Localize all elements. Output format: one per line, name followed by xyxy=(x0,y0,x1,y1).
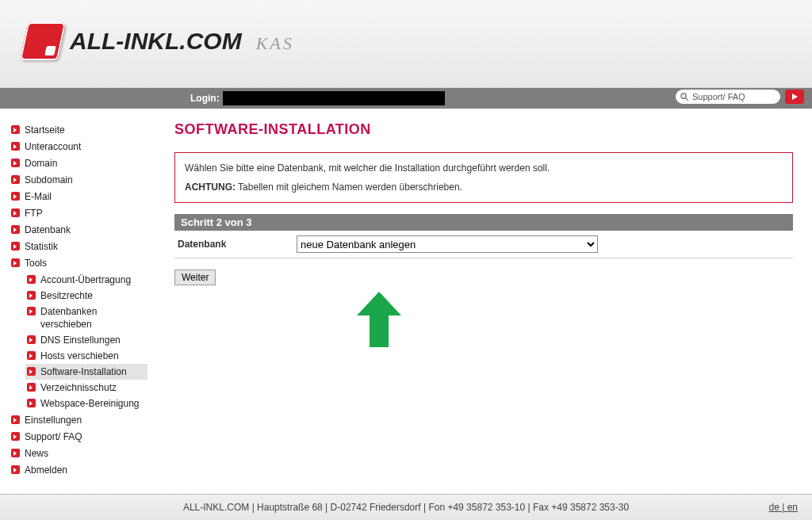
bullet-icon xyxy=(11,159,20,167)
sidebar-item-tools[interactable]: Tools xyxy=(10,255,154,271)
bullet-icon xyxy=(27,399,36,407)
bullet-icon xyxy=(11,432,20,441)
sidebar-item-label: Account-Übertragung xyxy=(40,273,131,286)
bullet-icon xyxy=(27,275,36,284)
arrow-up-icon xyxy=(357,292,401,347)
svg-line-1 xyxy=(686,98,688,100)
sidebar-item-label: FTP xyxy=(25,207,43,220)
header: ALL-INKL.COM KAS xyxy=(0,0,812,88)
sidebar-sub-dns-einstellungen[interactable]: DNS Einstellungen xyxy=(25,332,147,348)
sidebar-item-label: Unteraccount xyxy=(25,140,81,153)
notice-strong: ACHTUNG: xyxy=(185,182,236,193)
sidebar-item-ftp[interactable]: FTP xyxy=(10,205,154,221)
bullet-icon xyxy=(11,258,20,267)
sidebar-item-label: Datenbanken verschieben xyxy=(40,305,146,331)
notice-line-1: Wählen Sie bitte eine Datenbank, mit wel… xyxy=(185,161,783,175)
brand-suffix: KAS xyxy=(256,33,294,54)
sidebar-item-label: Statistik xyxy=(25,240,58,253)
bullet-icon xyxy=(11,192,20,201)
footer-text: ALL-INKL.COM | Hauptstraße 68 | D-02742 … xyxy=(183,502,629,513)
bullet-icon xyxy=(11,242,20,250)
bullet-icon xyxy=(27,351,36,360)
sidebar-item-email[interactable]: E-Mail xyxy=(10,189,154,205)
sidebar: Startseite Unteraccount Domain Subdomain… xyxy=(0,109,159,494)
sidebar-sub-hosts-verschieben[interactable]: Hosts verschieben xyxy=(25,348,147,364)
page-title: SOFTWARE-INSTALLATION xyxy=(174,121,793,138)
bullet-icon xyxy=(11,142,20,151)
bullet-icon xyxy=(11,175,20,184)
sidebar-sub-software-installation[interactable]: Software-Installation xyxy=(25,364,147,380)
bullet-icon xyxy=(27,307,36,315)
sidebar-item-label: Einstellungen xyxy=(25,414,82,426)
sidebar-item-label: DNS Einstellungen xyxy=(40,334,121,346)
sidebar-item-label: Software-Installation xyxy=(40,365,127,378)
bullet-icon xyxy=(11,415,20,424)
sidebar-item-label: E-Mail xyxy=(25,190,52,203)
login-bar: Login: Support/ FAQ xyxy=(0,88,812,109)
sidebar-sub-verzeichnisschutz[interactable]: Verzeichnisschutz xyxy=(25,380,147,396)
sidebar-item-label: Domain xyxy=(25,157,57,170)
brand-logo[interactable]: ALL-INKL.COM KAS xyxy=(24,22,294,60)
sidebar-sub-besitzrechte[interactable]: Besitzrechte xyxy=(25,288,147,304)
sidebar-item-statistik[interactable]: Statistik xyxy=(10,239,154,254)
login-value-redacted xyxy=(223,91,445,105)
support-go-button[interactable] xyxy=(785,90,804,104)
lang-separator: | xyxy=(779,502,787,513)
notice-box: Wählen Sie bitte eine Datenbank, mit wel… xyxy=(174,152,793,203)
sidebar-item-startseite[interactable]: Startseite xyxy=(10,122,154,138)
sidebar-item-label: Hosts verschieben xyxy=(40,350,119,362)
sidebar-item-einstellungen[interactable]: Einstellungen xyxy=(10,412,154,428)
brand-name: ALL-INKL.COM xyxy=(70,28,242,55)
bullet-icon xyxy=(27,367,36,376)
bullet-icon xyxy=(11,208,20,217)
sidebar-sub-account-uebertragung[interactable]: Account-Übertragung xyxy=(25,272,147,288)
sidebar-item-label: Besitzrechte xyxy=(40,289,93,302)
main-content: SOFTWARE-INSTALLATION Wählen Sie bitte e… xyxy=(159,109,812,494)
lang-de-link[interactable]: de xyxy=(768,502,779,513)
sidebar-item-news[interactable]: News xyxy=(10,445,154,461)
login-label: Login: xyxy=(190,93,220,104)
sidebar-item-label: Support/ FAQ xyxy=(25,430,82,443)
bullet-icon xyxy=(27,383,36,392)
language-switch: de | en xyxy=(768,502,798,513)
search-icon xyxy=(680,93,689,101)
bullet-icon xyxy=(11,125,20,134)
bullet-icon xyxy=(11,449,20,457)
database-label: Datenbank xyxy=(178,239,297,250)
sidebar-item-unteraccount[interactable]: Unteraccount xyxy=(10,139,154,155)
step-header: Schritt 2 von 3 xyxy=(174,214,793,231)
database-select[interactable]: neue Datenbank anlegen xyxy=(297,235,598,253)
sidebar-item-label: Tools xyxy=(25,257,47,270)
bullet-icon xyxy=(11,225,20,234)
play-icon xyxy=(791,93,799,101)
sidebar-item-label: News xyxy=(25,447,48,460)
support-search[interactable]: Support/ FAQ xyxy=(676,90,780,104)
lang-en-link[interactable]: en xyxy=(787,502,798,513)
support-search-placeholder: Support/ FAQ xyxy=(692,92,745,101)
svg-marker-2 xyxy=(792,94,798,100)
body: Startseite Unteraccount Domain Subdomain… xyxy=(0,109,812,494)
sidebar-sub-webspace-bereinigung[interactable]: Webspace-Bereinigung xyxy=(25,396,147,411)
logo-icon xyxy=(20,22,66,60)
sidebar-item-label: Verzeichnisschutz xyxy=(40,381,117,394)
sidebar-item-datenbank[interactable]: Datenbank xyxy=(10,222,154,238)
footer: ALL-INKL.COM | Hauptstraße 68 | D-02742 … xyxy=(0,494,812,520)
sidebar-item-domain[interactable]: Domain xyxy=(10,155,154,171)
bullet-icon xyxy=(27,335,36,344)
svg-marker-3 xyxy=(357,292,401,347)
sidebar-item-label: Startseite xyxy=(25,124,65,136)
bullet-icon xyxy=(27,291,36,300)
sidebar-item-support-faq[interactable]: Support/ FAQ xyxy=(10,429,154,445)
notice-line-2: Tabellen mit gleichem Namen werden übers… xyxy=(236,182,462,193)
sidebar-item-label: Subdomain xyxy=(25,174,73,186)
sidebar-sub-datenbanken-verschieben[interactable]: Datenbanken verschieben xyxy=(25,304,147,332)
svg-point-0 xyxy=(681,94,686,98)
continue-button[interactable]: Weiter xyxy=(174,270,216,285)
sidebar-item-label: Datenbank xyxy=(25,224,71,236)
sidebar-item-subdomain[interactable]: Subdomain xyxy=(10,172,154,188)
annotation-arrow xyxy=(357,292,793,350)
database-row: Datenbank neue Datenbank anlegen xyxy=(174,231,793,258)
sidebar-item-label: Webspace-Bereinigung xyxy=(40,397,140,410)
sidebar-item-label: Abmelden xyxy=(25,464,67,476)
sidebar-item-abmelden[interactable]: Abmelden xyxy=(10,462,154,478)
